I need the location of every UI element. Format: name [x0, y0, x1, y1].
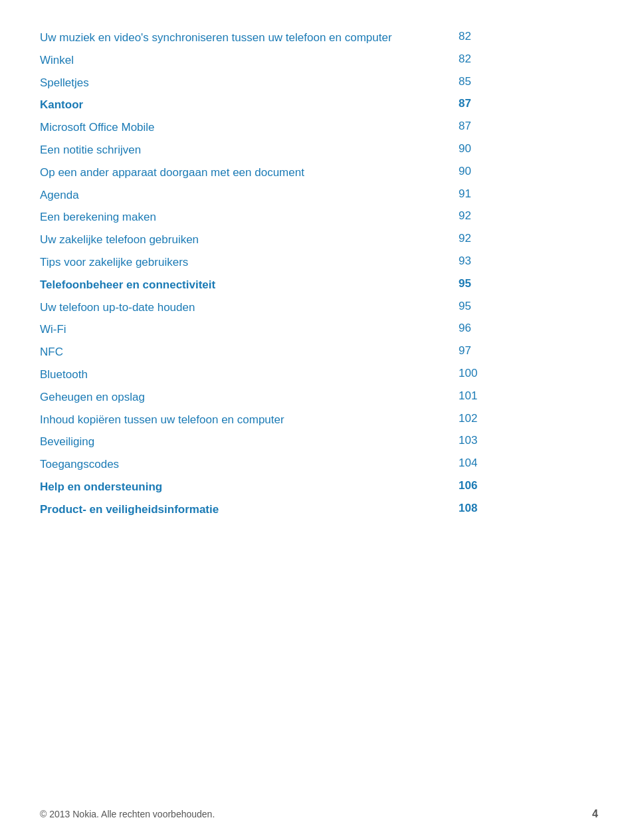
toc-item-page: 87 [459, 94, 598, 116]
toc-item-page: 100 [459, 364, 598, 386]
toc-item-label: Inhoud kopiëren tussen uw telefoon en co… [40, 409, 459, 431]
toc-item-label: Wi-Fi [40, 318, 459, 341]
toc-item-label: Een berekening maken [40, 206, 459, 229]
toc-row: Spelletjes85 [40, 72, 598, 94]
toc-row: Microsoft Office Mobile87 [40, 116, 598, 139]
toc-item-label: Winkel [40, 49, 459, 72]
toc-row: NFC97 [40, 341, 598, 364]
toc-row: Winkel82 [40, 49, 598, 72]
toc-item-page: 95 [459, 296, 598, 319]
toc-item-label: Microsoft Office Mobile [40, 116, 459, 139]
toc-item-label: Spelletjes [40, 72, 459, 94]
toc-item-label: Telefoonbeheer en connectiviteit [40, 274, 459, 296]
toc-item-label: Uw telefoon up-to-date houden [40, 296, 459, 319]
toc-item-label: Uw muziek en video's synchroniseren tuss… [40, 27, 459, 49]
toc-item-label: Kantoor [40, 94, 459, 116]
toc-item-label: Geheugen en opslag [40, 386, 459, 409]
toc-item-page: 90 [459, 161, 598, 184]
toc-row: Een notitie schrijven90 [40, 139, 598, 161]
toc-item-page: 103 [459, 431, 598, 453]
toc-row: Agenda91 [40, 184, 598, 207]
page-content: Uw muziek en video's synchroniseren tuss… [0, 0, 638, 574]
toc-item-page: 82 [459, 49, 598, 72]
toc-row: Uw telefoon up-to-date houden95 [40, 296, 598, 319]
toc-row: Tips voor zakelijke gebruikers93 [40, 251, 598, 274]
toc-row: Beveiliging103 [40, 431, 598, 453]
toc-item-label: Beveiliging [40, 431, 459, 453]
toc-row: Telefoonbeheer en connectiviteit95 [40, 274, 598, 296]
toc-item-label: Uw zakelijke telefoon gebruiken [40, 229, 459, 251]
toc-item-label: Bluetooth [40, 364, 459, 386]
toc-item-page: 85 [459, 72, 598, 94]
footer-page-number: 4 [592, 808, 598, 820]
toc-row: Een berekening maken92 [40, 206, 598, 229]
toc-item-page: 102 [459, 409, 598, 431]
toc-row: Product- en veiligheidsinformatie108 [40, 498, 598, 521]
toc-item-page: 104 [459, 453, 598, 476]
toc-item-label: Op een ander apparaat doorgaan met een d… [40, 161, 459, 184]
toc-item-page: 92 [459, 206, 598, 229]
toc-row: Inhoud kopiëren tussen uw telefoon en co… [40, 409, 598, 431]
toc-item-label: Toegangscodes [40, 453, 459, 476]
toc-item-label: Agenda [40, 184, 459, 207]
toc-item-page: 97 [459, 341, 598, 364]
toc-item-page: 91 [459, 184, 598, 207]
toc-item-label: Help en ondersteuning [40, 476, 459, 498]
toc-row: Kantoor87 [40, 94, 598, 116]
toc-row: Uw muziek en video's synchroniseren tuss… [40, 27, 598, 49]
toc-item-label: Tips voor zakelijke gebruikers [40, 251, 459, 274]
toc-item-label: Product- en veiligheidsinformatie [40, 498, 459, 521]
footer-copyright: © 2013 Nokia. Alle rechten voorbehouden. [40, 809, 215, 819]
footer: © 2013 Nokia. Alle rechten voorbehouden.… [0, 808, 638, 820]
toc-item-page: 108 [459, 498, 598, 521]
toc-item-page: 106 [459, 476, 598, 498]
toc-item-label: NFC [40, 341, 459, 364]
toc-item-page: 82 [459, 27, 598, 49]
toc-row: Wi-Fi96 [40, 318, 598, 341]
toc-row: Help en ondersteuning106 [40, 476, 598, 498]
toc-item-page: 95 [459, 274, 598, 296]
toc-item-page: 87 [459, 116, 598, 139]
toc-item-page: 101 [459, 386, 598, 409]
toc-row: Uw zakelijke telefoon gebruiken92 [40, 229, 598, 251]
toc-row: Op een ander apparaat doorgaan met een d… [40, 161, 598, 184]
toc-item-page: 96 [459, 318, 598, 341]
toc-item-label: Een notitie schrijven [40, 139, 459, 161]
toc-table: Uw muziek en video's synchroniseren tuss… [40, 27, 598, 521]
toc-item-page: 92 [459, 229, 598, 251]
toc-row: Bluetooth100 [40, 364, 598, 386]
toc-item-page: 90 [459, 139, 598, 161]
toc-item-page: 93 [459, 251, 598, 274]
toc-row: Toegangscodes104 [40, 453, 598, 476]
toc-row: Geheugen en opslag101 [40, 386, 598, 409]
